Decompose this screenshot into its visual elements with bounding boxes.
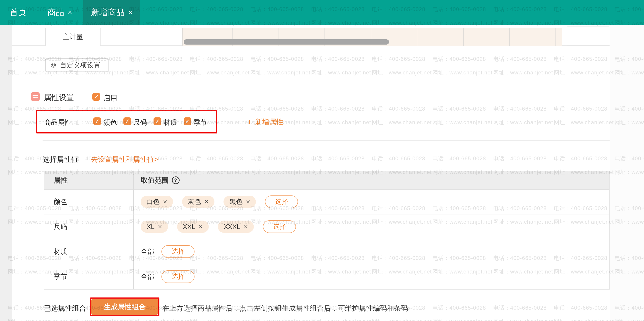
watermark-tile: 电话：400-665-0028网址：www.chanjet.net xyxy=(372,56,432,76)
cell-divider xyxy=(182,28,183,46)
watermark-tile: 电话：400-665-0028网址：www.chanjet.net xyxy=(493,305,553,321)
attr-values-cell: 白色 × 灰色 × 黑色 × 选择 xyxy=(133,195,298,208)
remove-icon[interactable]: × xyxy=(244,223,248,231)
all-values-label: 全部 xyxy=(140,247,154,256)
attr-values-table: 属性 取值范围 ? 颜色 白色 × 灰色 × 黑色 × xyxy=(44,171,610,290)
custom-fields-label: 自定义项设置 xyxy=(60,61,100,70)
attr-name-cell: 尺码 xyxy=(44,222,133,231)
add-attribute-label: 新增属性 xyxy=(255,117,283,127)
attr-value-tag: 白色 × xyxy=(140,196,173,208)
table-row: 颜色 白色 × 灰色 × 黑色 × 选择 xyxy=(44,190,609,214)
column-divider xyxy=(133,190,134,214)
attr-name-cell: 材质 xyxy=(44,247,133,256)
select-button[interactable]: 选择 xyxy=(265,195,298,208)
tab-products[interactable]: 商品 × xyxy=(36,0,83,25)
horizontal-scrollbar[interactable] xyxy=(184,39,389,44)
col-header-attribute: 属性 xyxy=(44,176,133,185)
cell-divider xyxy=(509,28,510,46)
column-divider xyxy=(133,264,134,289)
tab-label: 新增商品 xyxy=(91,7,124,18)
remove-icon[interactable]: × xyxy=(198,223,203,231)
setup-attr-values-link[interactable]: 去设置属性和属性值> xyxy=(91,155,158,164)
page-right-gutter xyxy=(610,25,644,321)
attr-checkbox-color[interactable]: ✓ xyxy=(93,117,101,125)
close-icon[interactable]: × xyxy=(68,8,72,17)
add-attribute-button[interactable]: + 新增属性 xyxy=(247,117,283,127)
tab-home[interactable]: 首页 xyxy=(0,0,36,25)
attr-values-cell: 全部 选择 xyxy=(133,270,194,283)
check-icon: ✓ xyxy=(95,118,100,125)
watermark-tile: 电话：400-665-0028网址：www.chanjet.net xyxy=(554,305,614,321)
table-row: 季节 全部 选择 xyxy=(44,264,609,289)
attr-values-cell: XL × XXL × XXXL × 选择 xyxy=(133,220,296,233)
combo-hint-text: 在上方选择商品属性后，点击左侧按钮生成属性组合后，可维护属性编码和条码 xyxy=(162,304,408,313)
select-attr-values-title: 选择属性值 xyxy=(43,155,78,164)
attr-checkbox-label[interactable]: 季节 xyxy=(194,118,207,127)
close-icon[interactable]: × xyxy=(128,8,132,17)
selected-combo-label: 已选属性组合 xyxy=(44,304,86,313)
all-values-label: 全部 xyxy=(140,272,154,282)
attr-checkbox-label[interactable]: 尺码 xyxy=(133,118,147,127)
column-divider xyxy=(133,214,134,239)
remove-icon[interactable]: × xyxy=(158,223,162,231)
help-icon[interactable]: ? xyxy=(172,176,180,184)
attr-checkbox-size[interactable]: ✓ xyxy=(124,117,131,125)
watermark-tile: 电话：400-665-0028网址：www.chanjet.net xyxy=(554,105,614,126)
col-header-range: 取值范围 ? xyxy=(133,176,180,185)
select-button[interactable]: 选择 xyxy=(263,220,296,233)
page-left-gutter xyxy=(0,25,12,321)
enable-label[interactable]: 启用 xyxy=(103,93,117,103)
watermark-tile: 电话：400-665-0028网址：www.chanjet.net xyxy=(432,56,492,76)
enable-checkbox[interactable]: ✓ xyxy=(92,93,100,101)
watermark-tile: 电话：400-665-0028网址：www.chanjet.net xyxy=(129,56,189,76)
attr-value-tag: XL × xyxy=(140,221,168,233)
attr-checkbox-label[interactable]: 材质 xyxy=(164,118,177,127)
remove-icon[interactable]: × xyxy=(163,198,167,206)
attr-values-cell: 全部 选择 xyxy=(133,245,194,258)
watermark-tile: 电话：400-665-0028网址：www.chanjet.net xyxy=(250,56,310,76)
select-button[interactable]: 选择 xyxy=(162,270,194,283)
remove-icon[interactable]: × xyxy=(246,198,250,206)
tab-label: 首页 xyxy=(10,7,26,18)
table-row: 尺码 XL × XXL × XXXL × 选择 xyxy=(44,214,609,239)
sliders-icon xyxy=(31,92,40,101)
tab-new-product[interactable]: 新增商品 × xyxy=(83,0,140,25)
plus-icon: + xyxy=(247,117,252,126)
watermark-tile: 电话：400-665-0028网址：www.chanjet.net xyxy=(493,56,553,76)
tab-label: 商品 xyxy=(47,7,64,18)
select-button[interactable]: 选择 xyxy=(162,245,194,258)
watermark-tile: 电话：400-665-0028网址：www.chanjet.net xyxy=(190,56,250,76)
attr-value-tag: 黑色 × xyxy=(224,196,256,208)
attr-name-cell: 颜色 xyxy=(44,197,133,207)
section-divider xyxy=(42,140,610,141)
check-icon: ✓ xyxy=(155,118,160,125)
watermark-tile: 电话：400-665-0028网址：www.chanjet.net xyxy=(311,56,371,76)
empty-cell xyxy=(567,26,609,46)
table-row: 材质 全部 选择 xyxy=(44,239,609,264)
watermark-tile: 电话：400-665-0028网址：www.chanjet.net xyxy=(432,105,492,126)
column-divider xyxy=(133,171,134,189)
gear-icon xyxy=(50,61,57,69)
attribute-settings-title: 属性设置 xyxy=(44,92,74,103)
cell-divider xyxy=(463,28,464,46)
cell-divider xyxy=(417,28,417,46)
watermark-tile: 电话：400-665-0028网址：www.chanjet.net xyxy=(372,105,432,126)
custom-fields-button[interactable]: 自定义项设置 xyxy=(45,58,109,72)
attr-value-tag: 灰色 × xyxy=(182,196,214,208)
unit-label: 主计量 xyxy=(63,32,83,42)
column-divider xyxy=(133,239,134,264)
attr-checkbox-season[interactable]: ✓ xyxy=(184,117,191,125)
remove-icon[interactable]: × xyxy=(204,198,208,206)
cell-divider xyxy=(556,28,556,46)
attr-checkbox-material[interactable]: ✓ xyxy=(154,117,161,125)
attr-checkbox-label[interactable]: 颜色 xyxy=(103,118,117,127)
generate-combo-button[interactable]: 生成属性组合 xyxy=(91,299,158,315)
attr-value-tag: XXL × xyxy=(177,221,209,233)
attr-value-tag: XXXL × xyxy=(218,221,254,233)
check-icon: ✓ xyxy=(94,94,99,100)
product-attrs-label: 商品属性 xyxy=(44,118,71,127)
top-table: 主计量 xyxy=(12,28,610,46)
watermark-tile: 电话：400-665-0028网址：www.chanjet.net xyxy=(554,56,614,76)
watermark-tile: 电话：400-665-0028网址：www.chanjet.net xyxy=(311,105,371,126)
attr-name-cell: 季节 xyxy=(44,272,133,282)
